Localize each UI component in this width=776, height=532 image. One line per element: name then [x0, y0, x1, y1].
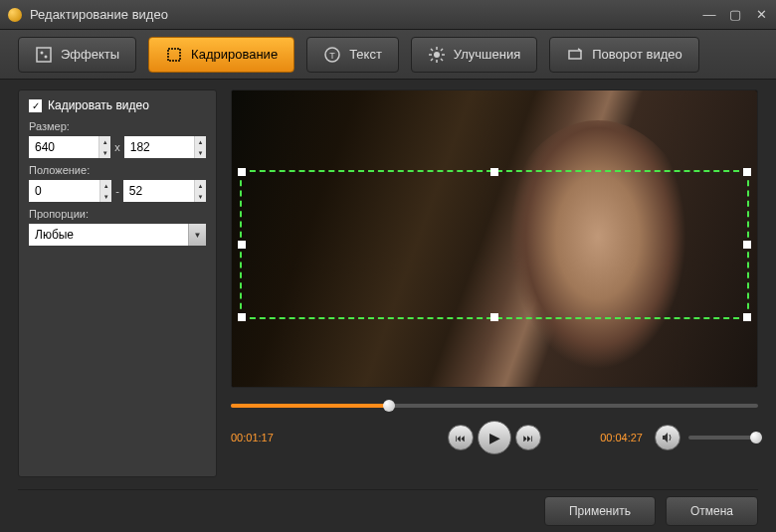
tab-label: Текст: [349, 47, 382, 62]
width-input[interactable]: ▲▼: [29, 136, 110, 158]
svg-line-11: [431, 49, 433, 51]
svg-line-13: [431, 59, 433, 61]
tab-effects[interactable]: Эффекты: [18, 37, 136, 73]
pos-y-input[interactable]: ▲▼: [123, 180, 206, 202]
prev-button[interactable]: ⏮: [448, 425, 474, 450]
svg-text:T: T: [329, 51, 335, 61]
seek-thumb[interactable]: [383, 400, 395, 412]
svg-line-14: [441, 49, 443, 51]
svg-point-2: [45, 55, 48, 58]
height-stepper[interactable]: ▲▼: [194, 136, 206, 158]
text-icon: T: [323, 46, 341, 64]
app-icon: [8, 8, 22, 22]
tab-label: Эффекты: [61, 47, 119, 62]
tab-rotate[interactable]: Поворот видео: [549, 37, 699, 73]
svg-point-1: [41, 51, 44, 54]
svg-point-6: [434, 52, 440, 58]
rotate-icon: [566, 46, 584, 64]
close-button[interactable]: ✕: [754, 7, 768, 22]
toolbar: Эффекты Кадрирование T Текст Улучшения П…: [0, 30, 776, 80]
tab-text[interactable]: T Текст: [306, 37, 399, 73]
tab-crop[interactable]: Кадрирование: [148, 37, 294, 73]
crop-video-label: Кадировать видео: [48, 98, 149, 112]
tab-label: Кадрирование: [191, 47, 278, 62]
effects-icon: [35, 46, 53, 64]
titlebar: Редактирование видео — ▢ ✕: [0, 0, 776, 30]
crop-sidebar: ✓ Кадировать видео Размер: ▲▼ x ▲▼ Полож…: [18, 89, 217, 477]
size-separator: x: [114, 141, 120, 153]
crop-video-checkbox[interactable]: ✓: [29, 99, 42, 112]
volume-thumb[interactable]: [750, 432, 762, 443]
enhance-icon: [428, 46, 446, 64]
aspect-select[interactable]: Любые ▼: [29, 224, 206, 246]
crop-icon: [165, 46, 183, 64]
next-button[interactable]: ⏭: [515, 425, 541, 450]
size-label: Размер:: [29, 120, 206, 132]
pos-y-stepper[interactable]: ▲▼: [194, 180, 206, 202]
crop-handle-tm[interactable]: [490, 168, 498, 176]
seek-bar[interactable]: [231, 400, 758, 412]
current-time: 00:01:17: [231, 432, 274, 443]
apply-button[interactable]: Применить: [544, 496, 656, 526]
crop-selection[interactable]: [240, 170, 749, 319]
position-label: Положение:: [29, 164, 206, 176]
pos-x-input[interactable]: ▲▼: [29, 180, 111, 202]
svg-rect-3: [168, 49, 180, 61]
pos-separator: -: [115, 185, 119, 197]
volume-button[interactable]: [655, 425, 680, 450]
chevron-down-icon: ▼: [188, 224, 206, 246]
volume-slider[interactable]: [688, 436, 758, 440]
crop-handle-tr[interactable]: [743, 168, 751, 176]
crop-handle-bm[interactable]: [490, 313, 498, 321]
tab-enhance[interactable]: Улучшения: [411, 37, 537, 73]
crop-handle-br[interactable]: [743, 313, 751, 321]
total-time: 00:04:27: [600, 432, 643, 443]
aspect-value: Любые: [29, 228, 188, 242]
tab-label: Улучшения: [454, 47, 520, 62]
width-stepper[interactable]: ▲▼: [98, 136, 110, 158]
crop-handle-mr[interactable]: [743, 241, 751, 249]
minimize-button[interactable]: —: [702, 7, 716, 22]
play-button[interactable]: ▶: [478, 421, 511, 454]
svg-line-12: [441, 59, 443, 61]
pos-x-stepper[interactable]: ▲▼: [99, 180, 111, 202]
aspect-label: Пропорции:: [29, 208, 206, 220]
cancel-button[interactable]: Отмена: [666, 496, 758, 526]
height-input[interactable]: ▲▼: [124, 136, 206, 158]
maximize-button[interactable]: ▢: [728, 7, 742, 22]
crop-handle-ml[interactable]: [238, 241, 246, 249]
crop-handle-bl[interactable]: [238, 313, 246, 321]
seek-progress: [231, 404, 389, 408]
crop-handle-tl[interactable]: [238, 168, 246, 176]
tab-label: Поворот видео: [592, 47, 682, 62]
window-title: Редактирование видео: [30, 7, 702, 22]
video-preview[interactable]: [231, 89, 758, 388]
svg-rect-15: [569, 51, 581, 59]
svg-rect-0: [37, 48, 51, 62]
